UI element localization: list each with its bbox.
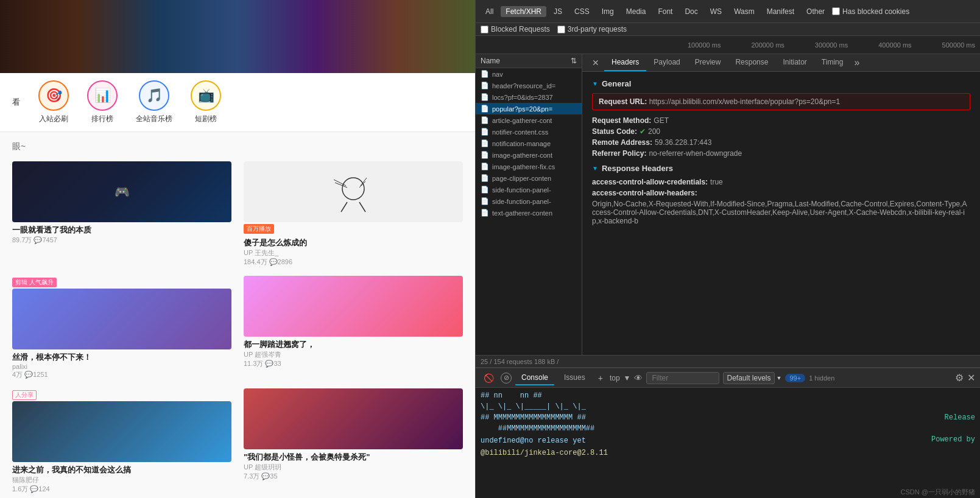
svg-line-5 [341, 202, 347, 212]
content-area: 眼~ 🎮 一眼就看透了我的本质 89.7万 💬7457 [0, 132, 475, 498]
console-toolbar: 🚫 ⊘ Console Issues + top ▼ 👁 Default lev… [476, 368, 980, 388]
request-method-label: Request Method: [592, 116, 651, 125]
video-item-4[interactable]: 人分享 进来之前，我真的不知道会这么搞 猫陈肥仔 1.6万 💬124 [12, 388, 231, 494]
tab-response[interactable]: Response [728, 54, 775, 71]
tab-timing[interactable]: Timing [814, 54, 851, 71]
video-thumb-3 [244, 276, 463, 337]
tab-initiator[interactable]: Initiator [775, 54, 814, 71]
file-list-header: Name ⇅ [476, 54, 582, 68]
file-name-nav: nav [492, 71, 503, 78]
banner-art [0, 0, 475, 73]
file-item-imagefix[interactable]: 📄 image-gatherer-fix.cs [476, 161, 582, 172]
nav-item-bikan[interactable]: 🎯 入站必刷 [38, 80, 69, 124]
file-icon-header: 📄 [481, 82, 489, 89]
filter-wasm[interactable]: Wasm [729, 6, 760, 17]
filter-doc[interactable]: Doc [680, 6, 702, 17]
file-icon-nav: 📄 [481, 70, 489, 78]
console-add-btn[interactable]: + [595, 372, 606, 384]
file-item-text[interactable]: 📄 text-gatherer-conten [476, 207, 582, 219]
blocked-requests-input[interactable] [481, 26, 488, 33]
filter-font[interactable]: Font [653, 6, 677, 17]
file-item-clipper[interactable]: 📄 page-clipper-conten [476, 172, 582, 184]
filter-ws[interactable]: WS [705, 6, 727, 17]
filter-all[interactable]: All [481, 6, 498, 17]
file-item-nav[interactable]: 📄 nav [476, 68, 582, 80]
general-section-header: ▼ General [592, 79, 970, 88]
file-item-side2[interactable]: 📄 side-function-panel- [476, 195, 582, 207]
checkbox-third-party[interactable]: 3rd-party requests [557, 25, 627, 33]
tab-payload[interactable]: Payload [646, 54, 687, 71]
video-stats-5: 7.3万 💬35 [244, 472, 463, 481]
tab-headers[interactable]: Headers [604, 54, 646, 71]
response-headers-triangle-icon: ▼ [592, 165, 598, 172]
remote-address-label: Remote Address: [592, 138, 652, 147]
file-item-image[interactable]: 📄 image-gatherer-cont [476, 149, 582, 161]
console-panel: 🚫 ⊘ Console Issues + top ▼ 👁 Default lev… [476, 367, 980, 498]
status-code-value: 200 [648, 127, 660, 136]
console-clear-btn[interactable]: 🚫 [481, 372, 497, 384]
aca-credentials-label: access-control-allow-credentials: [592, 178, 708, 186]
file-item-locs[interactable]: 📄 locs?pf=0&ids=2837 [476, 91, 582, 103]
tab-preview[interactable]: Preview [688, 54, 728, 71]
release-text: Release [945, 412, 975, 423]
nav-item-music[interactable]: 🎵 全站音乐榜 [136, 80, 172, 124]
file-name-text: text-gatherer-conten [492, 209, 552, 217]
file-icon-locs: 📄 [481, 93, 489, 101]
filter-manifest[interactable]: Manifest [762, 6, 799, 17]
more-tabs-button[interactable]: » [850, 56, 863, 69]
sort-icon[interactable]: ⇅ [571, 57, 577, 65]
filter-media[interactable]: Media [621, 6, 651, 17]
file-item-notification[interactable]: 📄 notification-manage [476, 138, 582, 149]
video-thumb-0: 🎮 [12, 161, 231, 222]
file-name-popular: popular?ps=20&pn= [492, 105, 552, 113]
filter-other[interactable]: Other [802, 6, 830, 17]
console-line-2-row: \|_ \|_ \|_____| \|_ \|_ [481, 401, 975, 412]
file-item-header[interactable]: 📄 header?resource_id= [476, 80, 582, 91]
checkbox-has-blocked-cookies[interactable]: Has blocked cookies [832, 7, 909, 16]
console-eye-icon[interactable]: 👁 [634, 373, 643, 383]
console-close-btn[interactable]: ✕ [967, 372, 975, 384]
marker-5: 500000 ms [942, 41, 975, 49]
file-item-side1[interactable]: 📄 side-function-panel- [476, 184, 582, 195]
checkbox-blocked-requests[interactable]: Blocked Requests [481, 25, 550, 33]
file-item-popular[interactable]: 📄 popular?ps=20&pn= [476, 103, 582, 114]
console-settings-icon[interactable]: ⚙ [955, 372, 964, 384]
file-item-article[interactable]: 📄 article-gatherer-cont [476, 114, 582, 126]
levels-select[interactable]: Default levels [723, 372, 774, 384]
console-tab-issues[interactable]: Issues [558, 371, 591, 385]
video-item-0[interactable]: 🎮 一眼就看透了我的本质 89.7万 💬7457 [12, 161, 231, 267]
filter-css[interactable]: CSS [569, 6, 594, 17]
levels-select-wrapper: Default levels ▼ [723, 372, 781, 384]
console-filter-input[interactable] [646, 372, 719, 384]
nav-item-duanju[interactable]: 📺 短剧榜 [191, 80, 221, 124]
video-item-5[interactable]: "我们都是小怪兽，会被奥特曼杀死" UP 超级玥玥 7.3万 💬35 [244, 388, 463, 494]
console-filter-btn[interactable]: ⊘ [501, 373, 512, 384]
console-tab-console[interactable]: Console [515, 371, 554, 385]
aca-headers-row: access-control-allow-headers: Origin,No-… [592, 189, 970, 225]
file-item-notifier[interactable]: 📄 notifier-content.css [476, 126, 582, 138]
thumb-sketch-1 [244, 161, 463, 222]
third-party-input[interactable] [557, 26, 565, 33]
has-blocked-cookies-input[interactable] [832, 7, 840, 15]
video-row-3: 人分享 进来之前，我真的不知道会这么搞 猫陈肥仔 1.6万 💬124 [12, 388, 463, 494]
video-item-1[interactable]: 百万播放 傻子是怎么炼成的 UP 王先生_ 184.4万 💬2896 [244, 161, 463, 267]
response-headers-section: ▼ Response Headers [592, 164, 970, 173]
file-name-side2: side-function-panel- [492, 198, 551, 205]
file-list-header-label: Name [481, 57, 500, 65]
filter-img[interactable]: Img [597, 6, 619, 17]
video-item-2[interactable]: 剪辑 人气飙升 丝滑，根本停不下来！ palixi 4万 💬1251 [12, 276, 231, 379]
console-chevron-icon[interactable]: ▼ [624, 374, 631, 382]
package-line-row: @bilibili/jinkela-core@2.8.11 [481, 447, 975, 458]
tab-close-x[interactable]: ✕ [587, 55, 604, 70]
file-icon-notification: 📄 [481, 139, 489, 147]
filter-js[interactable]: JS [549, 6, 567, 17]
file-icon-popular: 📄 [481, 105, 489, 113]
nav-label-bikan: 入站必刷 [39, 114, 68, 124]
video-author-5: UP 超级玥玥 [244, 463, 463, 472]
request-url-value[interactable]: https://api.bilibili.com/x/web-interface… [649, 97, 841, 106]
filter-fetchxhr[interactable]: Fetch/XHR [501, 6, 546, 17]
file-icon-side2: 📄 [481, 197, 489, 205]
video-item-3[interactable]: 都一脚踏进翘窝了， UP 超强岑青 11.3万 💬33 [244, 276, 463, 379]
nav-item-paihang[interactable]: 📊 排行榜 [87, 80, 118, 124]
file-icon-imagefix: 📄 [481, 163, 489, 170]
